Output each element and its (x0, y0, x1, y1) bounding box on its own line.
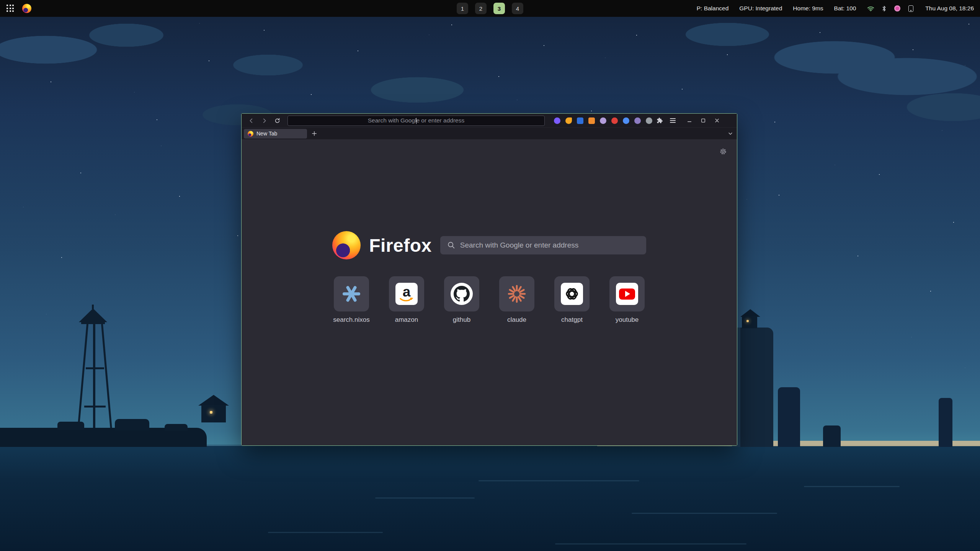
ocean-reflection (632, 513, 777, 514)
shortcut-claude[interactable]: claude (499, 276, 534, 324)
firefox-launcher-icon[interactable] (22, 4, 31, 13)
shortcut-search-nixos[interactable]: search.nixos (334, 276, 369, 324)
tablet-icon[interactable] (907, 5, 915, 12)
gpu-status: GPU: Integrated (739, 5, 782, 12)
shortcut-label: github (453, 316, 470, 324)
extension-orange-crescent-icon[interactable] (565, 117, 572, 124)
ocean-reflection (479, 480, 639, 481)
youtube-icon (616, 283, 638, 305)
workspace-1[interactable]: 1 (457, 3, 468, 14)
system-tray (867, 5, 915, 12)
youtube-play-icon (625, 291, 630, 297)
extension-purple-icon[interactable] (554, 117, 560, 124)
tab-label: New Tab (256, 130, 277, 137)
extension-blue-icon[interactable] (577, 117, 583, 124)
bluetooth-icon[interactable] (880, 5, 888, 12)
maximize-button[interactable] (699, 116, 707, 125)
extension-red-icon[interactable] (611, 117, 618, 124)
firefox-brand-row: Firefox (242, 231, 737, 259)
extension-gray-icon[interactable] (646, 117, 652, 124)
ocean-reflection (804, 486, 900, 487)
shortcut-label: amazon (395, 316, 418, 324)
claude-starburst-icon (508, 285, 526, 303)
rock (115, 419, 149, 430)
watchtower-brace (84, 406, 106, 408)
search-icon (447, 241, 456, 249)
battery-status: Bat: 100 (834, 5, 856, 12)
watchtower-spire (92, 305, 94, 309)
workspace-switcher: 1 2 3 4 (457, 3, 523, 14)
shortcut-label: claude (507, 316, 526, 324)
extension-skyblue-icon[interactable] (623, 117, 629, 124)
cabin-window-light (746, 320, 749, 322)
watchtower-brace (86, 367, 104, 369)
shortcut-label: youtube (616, 316, 639, 324)
close-button[interactable] (713, 116, 721, 125)
shortcut-github[interactable]: github (444, 276, 479, 324)
hut-roof (198, 395, 229, 406)
ocean-reflection (375, 497, 475, 499)
openai-knot-icon (561, 283, 583, 305)
rock (57, 422, 84, 430)
watchtower-roof (79, 308, 107, 322)
firefox-window: New Tab Firefox (241, 113, 737, 446)
extension-violet-icon[interactable] (634, 117, 641, 124)
reload-button[interactable] (271, 115, 283, 126)
watchtower-platform (81, 321, 105, 324)
text-caret (416, 118, 416, 124)
latency-status: Home: 9ms (793, 5, 823, 12)
newtab-search-input[interactable] (460, 241, 639, 249)
rock (939, 398, 952, 447)
back-button[interactable] (245, 115, 257, 126)
personalize-gear-icon[interactable] (719, 148, 727, 157)
window-controls (685, 116, 721, 125)
url-bar[interactable] (287, 116, 545, 126)
new-tab-button[interactable] (309, 129, 319, 139)
shortcut-label: search.nixos (333, 316, 369, 324)
firefox-favicon (248, 131, 253, 137)
hut-window-light (210, 411, 212, 414)
extensions-puzzle-icon[interactable] (654, 115, 665, 126)
navigation-toolbar (242, 114, 737, 127)
wifi-icon[interactable] (867, 5, 874, 12)
firefox-logo (332, 231, 361, 259)
status-bar: 1 2 3 4 P: Balanced GPU: Integrated Home… (0, 0, 980, 17)
nixos-snowflake-icon (342, 285, 361, 303)
hut-body (201, 405, 226, 422)
rock (778, 387, 800, 447)
menu-hamburger-icon[interactable] (667, 115, 678, 126)
shortcut-amazon[interactable]: a amazon (389, 276, 424, 324)
extension-amber-icon[interactable] (588, 117, 595, 124)
power-profile-status: P: Balanced (697, 5, 729, 12)
github-octocat-icon (451, 283, 473, 305)
extension-lavender-icon[interactable] (600, 117, 606, 124)
workspace-2[interactable]: 2 (475, 3, 487, 14)
rock (823, 425, 841, 447)
tab-list-chevron-icon[interactable] (728, 128, 733, 139)
workspace-4[interactable]: 4 (512, 3, 523, 14)
cliff-cabin-roof (740, 309, 760, 317)
ocean-reflection (555, 543, 746, 544)
shortcut-chatgpt[interactable]: chatgpt (554, 276, 590, 324)
clock[interactable]: Thu Aug 08, 18:26 (925, 5, 974, 12)
minimize-button[interactable] (685, 116, 694, 125)
shortcut-youtube[interactable]: youtube (609, 276, 645, 324)
tab-bar: New Tab (242, 127, 737, 139)
rock (165, 424, 188, 431)
app-launcher-grid-icon[interactable] (6, 4, 15, 13)
tab-new-tab[interactable]: New Tab (244, 129, 307, 139)
extension-icons (554, 117, 652, 124)
shortcut-label: chatgpt (561, 316, 583, 324)
watchtower-pole (93, 324, 95, 437)
cliff-cabin (742, 316, 757, 328)
newtab-search-bar[interactable] (440, 236, 646, 254)
firefox-wordmark: Firefox (369, 235, 432, 256)
pink-indicator-icon[interactable] (893, 5, 901, 12)
amazon-icon: a (395, 283, 418, 305)
desktop: 1 2 3 4 P: Balanced GPU: Integrated Home… (0, 0, 980, 551)
workspace-3-active[interactable]: 3 (493, 3, 505, 14)
shortcuts-row: search.nixos a amazon (242, 276, 737, 324)
new-tab-page: Firefox search.nixos (242, 139, 737, 445)
forward-button[interactable] (258, 115, 270, 126)
ocean-reflection (268, 532, 383, 533)
